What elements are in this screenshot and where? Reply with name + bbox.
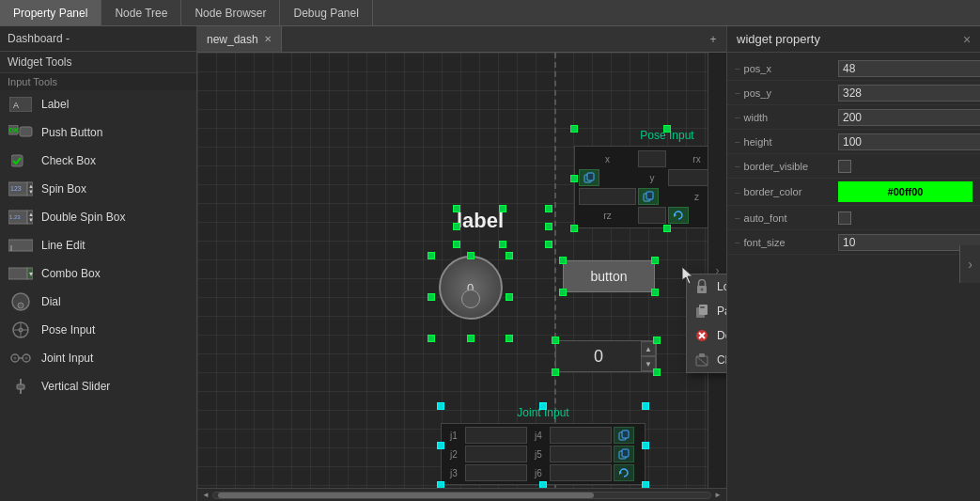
canvas-viewport[interactable]: Pose Input x rx y ry	[197, 53, 726, 488]
tab-property-panel[interactable]: Property Panel	[0, 0, 101, 25]
svg-text:A: A	[13, 101, 19, 110]
sidebar-item-combo-box[interactable]: ▾ Combo Box	[0, 259, 196, 288]
canvas-area: new_dash ✕ + Pose Input x rx	[197, 26, 726, 501]
lineedit-icon	[8, 236, 34, 255]
doublespinbox-icon: 1.23 ▲ ▼	[8, 208, 34, 227]
sidebar-item-push-button[interactable]: OK Push Button	[0, 118, 196, 147]
pose-rz-input[interactable]	[638, 207, 666, 224]
prop-label-font-size: font_size	[735, 237, 838, 248]
svg-text:1.23: 1.23	[9, 214, 21, 220]
context-menu-delete[interactable]: Delete Selected Widget	[687, 323, 726, 348]
scroll-left-arrow[interactable]: ◄	[199, 489, 212, 502]
combobox-icon: ▾	[8, 264, 34, 283]
svg-line-54	[696, 356, 708, 366]
color-swatch-border[interactable]: #00ff00	[838, 181, 972, 202]
j3-label: j3	[444, 464, 463, 481]
joint-copy-btn-1[interactable]	[614, 427, 634, 444]
scrollbar-thumb[interactable]	[218, 493, 594, 498]
tab-node-tree[interactable]: Node Tree	[101, 0, 181, 25]
j2-input[interactable]	[465, 446, 527, 462]
prop-checkbox-auto-font[interactable]	[838, 211, 851, 225]
context-menu: Lock Paste	[686, 274, 726, 373]
spinbox-up[interactable]: ▲	[641, 341, 656, 356]
prop-label-border-color: border_color	[735, 186, 838, 197]
pose-row2-copy[interactable]	[638, 188, 659, 205]
button-canvas-widget[interactable]: button	[562, 259, 656, 293]
sidebar-item-check-box[interactable]: Check Box	[0, 147, 196, 175]
j4-input[interactable]	[550, 427, 612, 444]
label-canvas-widget[interactable]: label	[456, 208, 550, 245]
dial-canvas-widget[interactable]: 0	[430, 255, 510, 339]
poseinput-icon	[8, 321, 34, 339]
prop-input-posx[interactable]	[838, 60, 980, 77]
svg-rect-40	[622, 431, 629, 438]
pose-input-grid: x rx y ry z rz	[574, 146, 726, 228]
canvas-add-tab-button[interactable]: +	[700, 26, 726, 52]
sidebar-item-line-edit[interactable]: Line Edit	[0, 231, 196, 259]
sidebar-item-dial[interactable]: Dial	[0, 288, 196, 316]
paste-icon	[694, 304, 709, 319]
prop-input-width[interactable]	[838, 109, 980, 126]
pose-row3-refresh[interactable]	[668, 207, 689, 224]
canvas-tab-close[interactable]: ✕	[264, 34, 272, 44]
svg-text:▼: ▼	[28, 217, 33, 223]
sidebar-item-vertical-slider[interactable]: Vertical Slider	[0, 372, 196, 400]
svg-rect-55	[699, 353, 705, 357]
j3-input[interactable]	[465, 464, 527, 481]
prop-row-border-color: border_color #00ff00	[727, 179, 980, 206]
spinbox-inner: 0 ▲ ▼	[555, 340, 657, 372]
joint-copy-btn-2[interactable]	[614, 446, 634, 462]
label-icon: A	[8, 95, 34, 114]
sidebar-item-joint-input[interactable]: Joint Input	[0, 344, 196, 372]
property-panel-rows: pos_x pos_y width height border_visible	[727, 53, 980, 501]
pose-row1-copy[interactable]	[579, 169, 599, 186]
prop-color-border-color[interactable]: #00ff00	[838, 181, 972, 202]
svg-rect-35	[587, 173, 594, 180]
cursor-arrow	[682, 267, 697, 286]
tab-debug-panel[interactable]: Debug Panel	[280, 0, 372, 25]
prop-checkbox-border-visible[interactable]	[838, 160, 851, 173]
j6-input[interactable]	[550, 464, 612, 481]
close-icon: ×	[963, 32, 971, 47]
svg-point-46	[701, 289, 704, 291]
svg-rect-33	[17, 384, 24, 389]
clear-icon	[694, 352, 709, 368]
j1-input[interactable]	[465, 427, 527, 444]
prop-input-height[interactable]	[838, 133, 980, 150]
svg-point-30	[14, 357, 17, 360]
pose-rz-label: rz	[579, 207, 636, 224]
spinbox-icon: 123 ▲ ▼	[8, 180, 34, 198]
context-menu-clear[interactable]: Clear All Widgets	[687, 348, 726, 372]
sidebar-item-spin-box[interactable]: 123 ▲ ▼ Spin Box	[0, 175, 196, 203]
j5-input[interactable]	[550, 446, 612, 462]
button-widget-btn[interactable]: button	[563, 260, 655, 292]
pose-input-canvas-widget[interactable]: Pose Input x rx y ry	[573, 128, 726, 229]
context-menu-paste[interactable]: Paste	[687, 299, 726, 323]
joint-refresh-btn[interactable]	[614, 464, 634, 481]
spinbox-canvas-widget[interactable]: 0 ▲ ▼	[554, 339, 658, 373]
svg-rect-5	[11, 155, 23, 166]
canvas-tab-new-dash[interactable]: new_dash ✕	[197, 26, 282, 52]
j4-label: j4	[529, 427, 548, 444]
pose-x-input[interactable]	[638, 150, 666, 167]
spinbox-down[interactable]: ▼	[641, 356, 656, 371]
property-panel: widget property × pos_x pos_y width h	[726, 26, 980, 501]
property-panel-close[interactable]: ×	[957, 30, 976, 49]
canvas-scrollbar[interactable]: ◄ ►	[197, 488, 726, 501]
joint-input-canvas-widget[interactable]: Joint Input j1 j4 j2 j5	[440, 405, 646, 486]
sidebar-item-double-spin-box[interactable]: 1.23 ▲ ▼ Double Spin Box	[0, 203, 196, 231]
dial-icon	[8, 292, 34, 311]
sidebar-item-pose-input[interactable]: Pose Input	[0, 316, 196, 344]
scroll-right-arrow[interactable]: ►	[711, 489, 724, 502]
prop-input-posy[interactable]	[838, 85, 980, 102]
panel-collapse-btn[interactable]: ›	[959, 245, 980, 283]
pose-ry-input[interactable]	[579, 188, 636, 205]
dashboard-label: Dashboard -	[0, 26, 196, 52]
scrollbar-track[interactable]	[212, 492, 711, 499]
tab-node-browser[interactable]: Node Browser	[181, 0, 280, 25]
canvas-right-handle[interactable]: ›	[708, 53, 726, 488]
property-panel-title: widget property	[727, 26, 980, 53]
sidebar-item-label[interactable]: A Label	[0, 90, 196, 118]
joint-grid: j1 j4 j2 j5 j3	[441, 423, 646, 485]
spinbox-arrows: ▲ ▼	[641, 341, 656, 371]
